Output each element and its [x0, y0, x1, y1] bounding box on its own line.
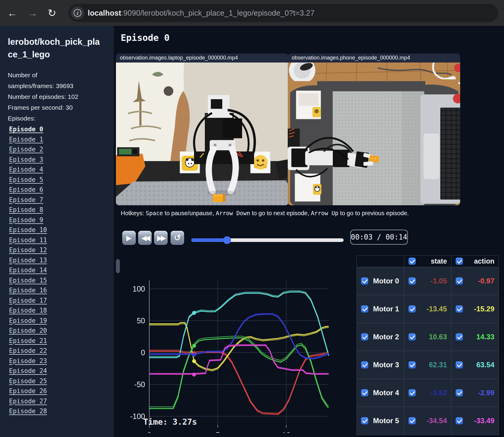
action-column-header: action: [474, 257, 494, 265]
episode-link[interactable]: Episode 1: [9, 135, 114, 145]
reload-icon[interactable]: ↻: [45, 6, 59, 20]
video-frame-phone-scene: [288, 63, 460, 205]
page-info-icon[interactable]: i: [71, 6, 84, 20]
motor-action-checkbox[interactable]: [456, 277, 463, 285]
play-icon: ▶: [122, 231, 136, 245]
video-panel-laptop: observation.images.laptop_episode_000000…: [116, 53, 288, 205]
episode-link[interactable]: Episode 19: [9, 316, 114, 326]
episode-link[interactable]: Episode 22: [9, 346, 114, 356]
episode-link[interactable]: Episode 4: [9, 165, 114, 175]
episode-link[interactable]: Episode 16: [9, 286, 114, 296]
motor-state-checkbox[interactable]: [408, 417, 416, 424]
episode-link[interactable]: Episode 17: [9, 296, 114, 306]
episode-link[interactable]: Episode 7: [9, 195, 114, 205]
episode-link[interactable]: Episode 13: [9, 255, 114, 266]
episode-link[interactable]: Episode 2: [9, 145, 114, 155]
fast-forward-icon: ▶▶: [154, 231, 168, 245]
state-column-header: state: [431, 257, 447, 265]
episode-link[interactable]: Episode 15: [9, 276, 114, 286]
episode-link[interactable]: Episode 0: [9, 124, 114, 135]
episode-link[interactable]: Episode 14: [9, 265, 114, 276]
motor-label: Motor 1: [373, 305, 399, 313]
motor-state-checkbox[interactable]: [408, 361, 416, 368]
motor-table: state action Motor 0-1.05-0.97Motor 1-13…: [357, 255, 499, 435]
svg-text:5: 5: [216, 431, 220, 433]
rewind-icon: ◀◀: [138, 231, 152, 245]
episode-link[interactable]: Episode 21: [9, 336, 114, 346]
motor-checkbox[interactable]: [361, 389, 368, 396]
svg-text:0: 0: [141, 348, 145, 357]
svg-text:-100: -100: [130, 412, 145, 420]
forward-icon[interactable]: →: [26, 6, 39, 20]
state-column-checkbox[interactable]: [408, 258, 416, 265]
play-button[interactable]: ▶: [122, 231, 136, 245]
video-title-laptop: observation.images.laptop_episode_000000…: [116, 53, 288, 63]
motor-action-checkbox[interactable]: [456, 361, 463, 368]
episode-link[interactable]: Episode 3: [9, 155, 114, 165]
episode-link[interactable]: Episode 8: [9, 205, 114, 215]
episode-link[interactable]: Episode 10: [9, 225, 114, 235]
motor-action-checkbox[interactable]: [456, 333, 463, 341]
motor-action-checkbox[interactable]: [456, 305, 463, 313]
episode-link[interactable]: Episode 20: [9, 326, 114, 336]
episode-link[interactable]: Episode 18: [9, 306, 114, 316]
back-icon[interactable]: ←: [5, 6, 19, 20]
motor-action-checkbox[interactable]: [456, 417, 463, 424]
motor-checkbox[interactable]: [361, 305, 368, 313]
action-column-checkbox[interactable]: [456, 258, 463, 265]
state-value: -34.54: [427, 417, 447, 425]
episode-link[interactable]: Episode 11: [9, 235, 114, 246]
key-arrow-up: Arrow Up: [311, 210, 339, 216]
key-space: Space: [146, 210, 163, 216]
motor-label: Motor 5: [373, 417, 399, 425]
table-row: Motor 5-34.54-33.49: [357, 407, 499, 435]
rewind-button[interactable]: ◀◀: [138, 231, 152, 245]
episode-link[interactable]: Episode 6: [9, 185, 114, 195]
action-value: 63.54: [476, 361, 494, 369]
chart-line-action: [149, 351, 329, 414]
action-value: 14.33: [476, 333, 494, 341]
episode-link[interactable]: Episode 26: [9, 386, 114, 396]
episode-link[interactable]: Episode 27: [9, 396, 114, 407]
motor-state-checkbox[interactable]: [408, 333, 416, 341]
main-content: Episode 0 observation.images.laptop_epis…: [114, 26, 504, 437]
motor-checkbox[interactable]: [361, 417, 368, 424]
svg-text:-50: -50: [134, 380, 145, 389]
state-value: 62.31: [429, 361, 447, 369]
time-display: 00:03 / 00:14: [350, 230, 408, 245]
table-row: Motor 362.3163.54: [357, 351, 499, 379]
state-value: -13.45: [427, 305, 447, 313]
scrollbar-thumb[interactable]: [116, 259, 120, 273]
episode-link[interactable]: Episode 24: [9, 366, 114, 376]
browser-toolbar: ← → ↻ i localhost:9090/lerobot/koch_pick…: [0, 0, 504, 26]
episode-link[interactable]: Episode 9: [9, 215, 114, 225]
url-bar[interactable]: i localhost:9090/lerobot/koch_pick_place…: [68, 4, 498, 22]
loop-button[interactable]: ↻: [171, 231, 184, 245]
stat-line: Frames per second: 30: [8, 102, 107, 113]
video-seek-slider[interactable]: [191, 238, 344, 242]
chart-line-state: [149, 324, 329, 371]
motor-action-checkbox[interactable]: [456, 389, 463, 396]
motor-checkbox[interactable]: [361, 361, 368, 368]
chart-line-state: [149, 345, 329, 373]
current-time-dot: [192, 353, 196, 357]
stat-line: Number of episodes: 102: [8, 91, 107, 102]
table-row: Motor 0-1.05-0.97: [357, 267, 499, 295]
motor-state-checkbox[interactable]: [408, 305, 416, 313]
episode-link[interactable]: Episode 12: [9, 245, 114, 255]
url-text[interactable]: localhost:9090/lerobot/koch_pick_place_1…: [88, 9, 314, 17]
fast-forward-button[interactable]: ▶▶: [154, 231, 168, 245]
episode-link[interactable]: Episode 23: [9, 356, 114, 366]
seek-thumb[interactable]: [223, 236, 231, 244]
motor-checkbox[interactable]: [361, 333, 368, 341]
action-value: -15.29: [474, 305, 494, 313]
motor-state-checkbox[interactable]: [408, 277, 416, 285]
episode-link[interactable]: Episode 5: [9, 175, 114, 185]
motor-state-checkbox[interactable]: [408, 389, 416, 396]
episode-link[interactable]: Episode 28: [9, 406, 114, 417]
key-arrow-down: Arrow Down: [216, 210, 250, 216]
video-phone[interactable]: [288, 63, 460, 205]
episode-link[interactable]: Episode 25: [9, 376, 114, 387]
video-laptop[interactable]: [116, 63, 288, 205]
motor-checkbox[interactable]: [361, 277, 368, 285]
